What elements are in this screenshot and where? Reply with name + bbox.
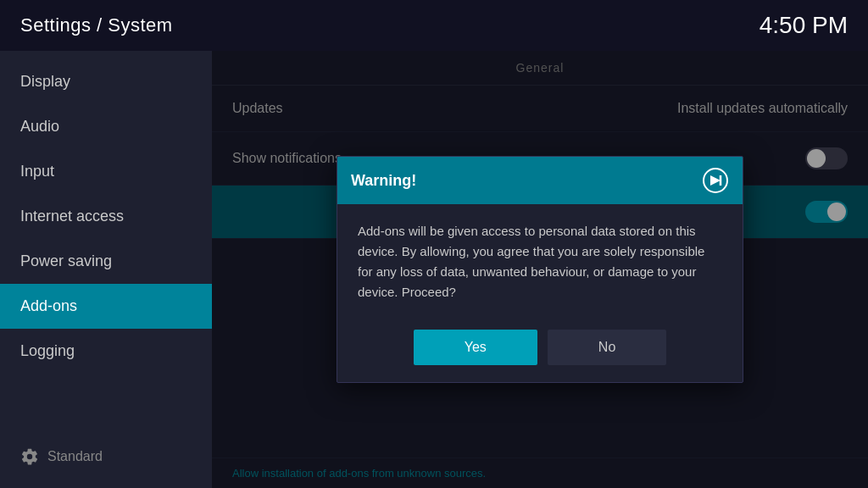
gear-icon (20, 447, 39, 466)
content-area: General Updates Install updates automati… (212, 51, 868, 488)
top-bar: Settings / System 4:50 PM (0, 0, 868, 51)
sidebar-item-input[interactable]: Input (0, 149, 212, 194)
sidebar-item-power-saving[interactable]: Power saving (0, 239, 212, 284)
sidebar-item-add-ons[interactable]: Add-ons (0, 284, 212, 329)
sidebar-item-internet-access[interactable]: Internet access (0, 194, 212, 239)
sidebar-footer-label: Standard (47, 449, 103, 464)
warning-dialog: Warning! Add-ons will be given access to… (337, 156, 743, 383)
svg-marker-1 (710, 175, 721, 186)
dialog-header: Warning! (337, 157, 743, 204)
kodi-icon (702, 167, 729, 194)
clock: 4:50 PM (760, 12, 848, 39)
dialog-overlay: Warning! Add-ons will be given access to… (212, 51, 868, 488)
sidebar: Display Audio Input Internet access Powe… (0, 51, 212, 488)
sidebar-item-display[interactable]: Display (0, 59, 212, 104)
dialog-buttons: Yes No (337, 319, 743, 382)
sidebar-footer: Standard (0, 434, 212, 480)
dialog-title: Warning! (351, 172, 416, 190)
main-layout: Display Audio Input Internet access Powe… (0, 51, 868, 488)
page-title: Settings / System (20, 14, 173, 36)
no-button[interactable]: No (548, 330, 666, 365)
dialog-message: Add-ons will be given access to personal… (337, 204, 743, 319)
sidebar-item-audio[interactable]: Audio (0, 104, 212, 149)
sidebar-item-logging[interactable]: Logging (0, 329, 212, 374)
yes-button[interactable]: Yes (414, 330, 537, 365)
